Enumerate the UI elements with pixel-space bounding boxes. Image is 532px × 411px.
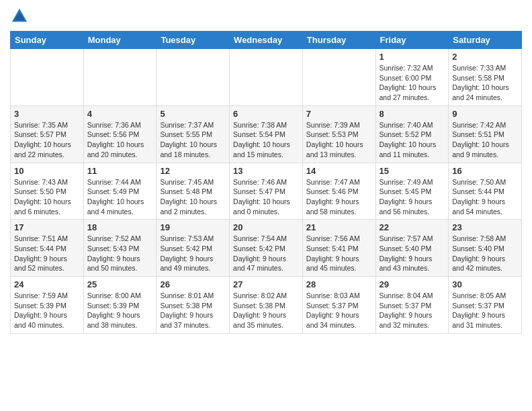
calendar-cell bbox=[83, 49, 157, 106]
day-number: 4 bbox=[87, 109, 153, 119]
day-info: Sunrise: 7:46 AM Sunset: 5:47 PM Dayligh… bbox=[233, 177, 299, 217]
calendar-cell: 24Sunrise: 7:59 AM Sunset: 5:39 PM Dayli… bbox=[11, 277, 84, 334]
week-row-5: 24Sunrise: 7:59 AM Sunset: 5:39 PM Dayli… bbox=[11, 277, 522, 334]
day-number: 18 bbox=[87, 222, 153, 232]
day-number: 26 bbox=[160, 279, 226, 289]
day-info: Sunrise: 7:39 AM Sunset: 5:53 PM Dayligh… bbox=[306, 120, 372, 160]
calendar-table: SundayMondayTuesdayWednesdayThursdayFrid… bbox=[10, 31, 522, 334]
header-day-wednesday: Wednesday bbox=[230, 32, 303, 49]
day-info: Sunrise: 8:01 AM Sunset: 5:38 PM Dayligh… bbox=[160, 291, 226, 330]
calendar-cell: 1Sunrise: 7:32 AM Sunset: 6:00 PM Daylig… bbox=[375, 49, 449, 106]
calendar-cell: 25Sunrise: 8:00 AM Sunset: 5:39 PM Dayli… bbox=[83, 277, 157, 334]
day-info: Sunrise: 7:58 AM Sunset: 5:40 PM Dayligh… bbox=[452, 234, 518, 273]
calendar-cell: 16Sunrise: 7:50 AM Sunset: 5:44 PM Dayli… bbox=[449, 163, 522, 220]
day-info: Sunrise: 7:53 AM Sunset: 5:42 PM Dayligh… bbox=[160, 234, 226, 273]
day-info: Sunrise: 7:43 AM Sunset: 5:50 PM Dayligh… bbox=[14, 177, 80, 217]
header-day-tuesday: Tuesday bbox=[157, 32, 230, 49]
calendar-cell: 3Sunrise: 7:35 AM Sunset: 5:57 PM Daylig… bbox=[11, 105, 84, 163]
week-row-2: 3Sunrise: 7:35 AM Sunset: 5:57 PM Daylig… bbox=[11, 105, 522, 163]
day-info: Sunrise: 7:52 AM Sunset: 5:43 PM Dayligh… bbox=[87, 234, 153, 273]
calendar-cell: 7Sunrise: 7:39 AM Sunset: 5:53 PM Daylig… bbox=[302, 105, 375, 163]
calendar-cell: 4Sunrise: 7:36 AM Sunset: 5:56 PM Daylig… bbox=[83, 105, 157, 163]
logo bbox=[10, 7, 32, 26]
day-number: 24 bbox=[14, 279, 80, 289]
day-info: Sunrise: 7:54 AM Sunset: 5:42 PM Dayligh… bbox=[233, 234, 299, 273]
calendar-cell: 13Sunrise: 7:46 AM Sunset: 5:47 PM Dayli… bbox=[230, 163, 303, 220]
calendar-cell: 28Sunrise: 8:03 AM Sunset: 5:37 PM Dayli… bbox=[302, 277, 375, 334]
day-info: Sunrise: 7:44 AM Sunset: 5:49 PM Dayligh… bbox=[87, 177, 153, 217]
calendar-cell: 19Sunrise: 7:53 AM Sunset: 5:42 PM Dayli… bbox=[157, 220, 230, 277]
day-info: Sunrise: 7:36 AM Sunset: 5:56 PM Dayligh… bbox=[87, 120, 153, 160]
day-info: Sunrise: 7:38 AM Sunset: 5:54 PM Dayligh… bbox=[233, 120, 299, 160]
calendar-cell bbox=[157, 49, 230, 106]
calendar-cell: 20Sunrise: 7:54 AM Sunset: 5:42 PM Dayli… bbox=[230, 220, 303, 277]
calendar-cell: 9Sunrise: 7:42 AM Sunset: 5:51 PM Daylig… bbox=[449, 105, 522, 163]
calendar-cell: 18Sunrise: 7:52 AM Sunset: 5:43 PM Dayli… bbox=[83, 220, 157, 277]
calendar-cell: 6Sunrise: 7:38 AM Sunset: 5:54 PM Daylig… bbox=[230, 105, 303, 163]
header-day-thursday: Thursday bbox=[302, 32, 375, 49]
day-number: 11 bbox=[87, 166, 153, 176]
day-info: Sunrise: 7:49 AM Sunset: 5:45 PM Dayligh… bbox=[380, 177, 445, 217]
day-info: Sunrise: 8:05 AM Sunset: 5:37 PM Dayligh… bbox=[452, 291, 518, 330]
day-number: 23 bbox=[452, 222, 518, 232]
calendar-cell bbox=[11, 49, 84, 106]
day-number: 6 bbox=[233, 109, 299, 119]
day-number: 2 bbox=[452, 52, 518, 62]
week-row-1: 1Sunrise: 7:32 AM Sunset: 6:00 PM Daylig… bbox=[11, 49, 522, 106]
header-day-monday: Monday bbox=[83, 32, 157, 49]
calendar-cell: 30Sunrise: 8:05 AM Sunset: 5:37 PM Dayli… bbox=[449, 277, 522, 334]
day-number: 13 bbox=[233, 166, 299, 176]
calendar-cell: 8Sunrise: 7:40 AM Sunset: 5:52 PM Daylig… bbox=[375, 105, 449, 163]
day-info: Sunrise: 7:35 AM Sunset: 5:57 PM Dayligh… bbox=[14, 120, 80, 160]
calendar-body: 1Sunrise: 7:32 AM Sunset: 6:00 PM Daylig… bbox=[11, 49, 522, 334]
calendar-cell: 22Sunrise: 7:57 AM Sunset: 5:40 PM Dayli… bbox=[375, 220, 449, 277]
day-info: Sunrise: 7:37 AM Sunset: 5:55 PM Dayligh… bbox=[160, 120, 226, 160]
header bbox=[10, 7, 522, 26]
calendar-cell: 5Sunrise: 7:37 AM Sunset: 5:55 PM Daylig… bbox=[157, 105, 230, 163]
day-number: 20 bbox=[233, 222, 299, 232]
day-number: 5 bbox=[160, 109, 226, 119]
day-number: 8 bbox=[380, 109, 445, 119]
calendar-cell bbox=[302, 49, 375, 106]
calendar-cell: 21Sunrise: 7:56 AM Sunset: 5:41 PM Dayli… bbox=[302, 220, 375, 277]
day-info: Sunrise: 7:57 AM Sunset: 5:40 PM Dayligh… bbox=[380, 234, 445, 273]
day-info: Sunrise: 7:32 AM Sunset: 6:00 PM Dayligh… bbox=[380, 63, 445, 103]
calendar-cell bbox=[230, 49, 303, 106]
day-number: 22 bbox=[380, 222, 445, 232]
day-number: 7 bbox=[306, 109, 372, 119]
calendar-cell: 14Sunrise: 7:47 AM Sunset: 5:46 PM Dayli… bbox=[302, 163, 375, 220]
calendar-cell: 27Sunrise: 8:02 AM Sunset: 5:38 PM Dayli… bbox=[230, 277, 303, 334]
day-info: Sunrise: 7:51 AM Sunset: 5:44 PM Dayligh… bbox=[14, 234, 80, 273]
calendar-cell: 26Sunrise: 8:01 AM Sunset: 5:38 PM Dayli… bbox=[157, 277, 230, 334]
header-day-friday: Friday bbox=[375, 32, 449, 49]
header-day-saturday: Saturday bbox=[449, 32, 522, 49]
day-info: Sunrise: 8:02 AM Sunset: 5:38 PM Dayligh… bbox=[233, 291, 299, 330]
day-number: 16 bbox=[452, 166, 518, 176]
day-number: 10 bbox=[14, 166, 80, 176]
day-info: Sunrise: 7:33 AM Sunset: 5:58 PM Dayligh… bbox=[452, 63, 518, 103]
day-info: Sunrise: 7:59 AM Sunset: 5:39 PM Dayligh… bbox=[14, 291, 80, 330]
day-info: Sunrise: 8:03 AM Sunset: 5:37 PM Dayligh… bbox=[306, 291, 372, 330]
day-number: 9 bbox=[452, 109, 518, 119]
day-info: Sunrise: 7:40 AM Sunset: 5:52 PM Dayligh… bbox=[380, 120, 445, 160]
day-number: 21 bbox=[306, 222, 372, 232]
week-row-3: 10Sunrise: 7:43 AM Sunset: 5:50 PM Dayli… bbox=[11, 163, 522, 220]
calendar-cell: 11Sunrise: 7:44 AM Sunset: 5:49 PM Dayli… bbox=[83, 163, 157, 220]
day-number: 1 bbox=[380, 52, 445, 62]
calendar-cell: 15Sunrise: 7:49 AM Sunset: 5:45 PM Dayli… bbox=[375, 163, 449, 220]
day-number: 12 bbox=[160, 166, 226, 176]
day-number: 3 bbox=[14, 109, 80, 119]
header-day-sunday: Sunday bbox=[11, 32, 84, 49]
calendar-cell: 29Sunrise: 8:04 AM Sunset: 5:37 PM Dayli… bbox=[375, 277, 449, 334]
day-info: Sunrise: 7:42 AM Sunset: 5:51 PM Dayligh… bbox=[452, 120, 518, 160]
day-number: 30 bbox=[452, 279, 518, 289]
calendar-cell: 2Sunrise: 7:33 AM Sunset: 5:58 PM Daylig… bbox=[449, 49, 522, 106]
calendar-header: SundayMondayTuesdayWednesdayThursdayFrid… bbox=[11, 32, 522, 49]
day-number: 25 bbox=[87, 279, 153, 289]
day-info: Sunrise: 7:47 AM Sunset: 5:46 PM Dayligh… bbox=[306, 177, 372, 217]
calendar-cell: 12Sunrise: 7:45 AM Sunset: 5:48 PM Dayli… bbox=[157, 163, 230, 220]
day-number: 28 bbox=[306, 279, 372, 289]
calendar-cell: 23Sunrise: 7:58 AM Sunset: 5:40 PM Dayli… bbox=[449, 220, 522, 277]
day-number: 15 bbox=[380, 166, 445, 176]
day-number: 29 bbox=[380, 279, 445, 289]
